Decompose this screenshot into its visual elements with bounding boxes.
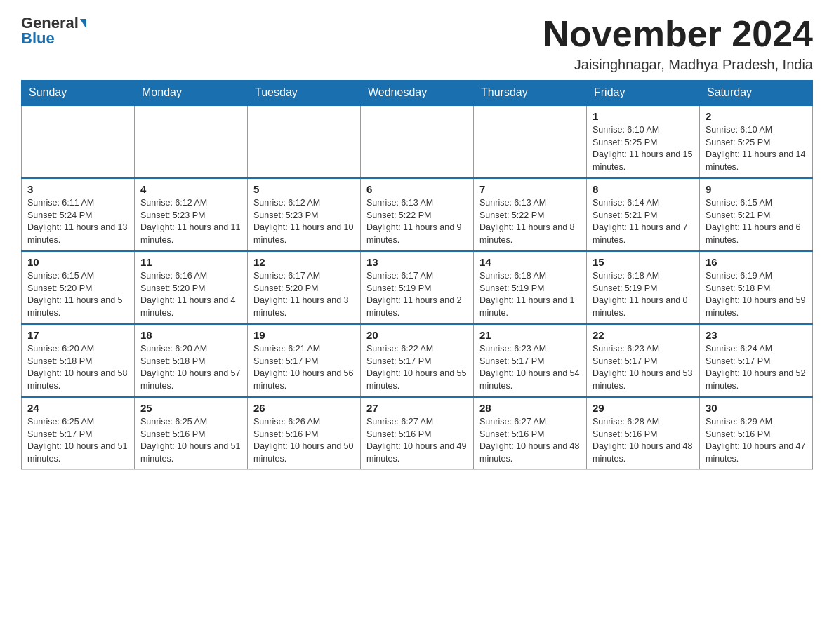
day-info: Sunrise: 6:26 AMSunset: 5:16 PMDaylight:… (253, 416, 355, 465)
day-info: Sunrise: 6:29 AMSunset: 5:16 PMDaylight:… (706, 416, 807, 465)
col-saturday: Saturday (700, 81, 813, 106)
day-info: Sunrise: 6:20 AMSunset: 5:18 PMDaylight:… (140, 343, 241, 392)
day-number: 19 (253, 329, 355, 341)
calendar-cell-w3-d4: 13Sunrise: 6:17 AMSunset: 5:19 PMDayligh… (361, 251, 474, 324)
day-info: Sunrise: 6:27 AMSunset: 5:16 PMDaylight:… (479, 416, 581, 465)
day-number: 14 (479, 256, 581, 268)
day-info: Sunrise: 6:12 AMSunset: 5:23 PMDaylight:… (253, 197, 355, 246)
col-wednesday: Wednesday (361, 81, 474, 106)
day-info: Sunrise: 6:10 AMSunset: 5:25 PMDaylight:… (593, 124, 694, 173)
day-number: 16 (706, 256, 807, 268)
calendar-cell-w4-d2: 18Sunrise: 6:20 AMSunset: 5:18 PMDayligh… (135, 324, 248, 397)
title-section: November 2024 Jaisinghnagar, Madhya Prad… (543, 14, 813, 73)
col-monday: Monday (135, 81, 248, 106)
page-header: General Blue November 2024 Jaisinghnagar… (21, 14, 813, 73)
day-info: Sunrise: 6:12 AMSunset: 5:23 PMDaylight:… (140, 197, 241, 246)
day-number: 11 (140, 256, 241, 268)
calendar-cell-w5-d5: 28Sunrise: 6:27 AMSunset: 5:16 PMDayligh… (474, 397, 587, 470)
day-info: Sunrise: 6:23 AMSunset: 5:17 PMDaylight:… (479, 343, 581, 392)
col-sunday: Sunday (22, 81, 135, 106)
day-info: Sunrise: 6:17 AMSunset: 5:20 PMDaylight:… (253, 270, 355, 319)
day-info: Sunrise: 6:10 AMSunset: 5:25 PMDaylight:… (706, 124, 807, 173)
calendar-cell-w2-d1: 3Sunrise: 6:11 AMSunset: 5:24 PMDaylight… (22, 178, 135, 251)
day-info: Sunrise: 6:11 AMSunset: 5:24 PMDaylight:… (27, 197, 128, 246)
day-info: Sunrise: 6:27 AMSunset: 5:16 PMDaylight:… (366, 416, 468, 465)
day-info: Sunrise: 6:23 AMSunset: 5:17 PMDaylight:… (593, 343, 694, 392)
calendar-cell-w3-d3: 12Sunrise: 6:17 AMSunset: 5:20 PMDayligh… (248, 251, 361, 324)
day-number: 22 (593, 329, 694, 341)
day-info: Sunrise: 6:15 AMSunset: 5:20 PMDaylight:… (27, 270, 128, 319)
day-info: Sunrise: 6:21 AMSunset: 5:17 PMDaylight:… (253, 343, 355, 392)
location-title: Jaisinghnagar, Madhya Pradesh, India (543, 57, 813, 73)
day-number: 21 (479, 329, 581, 341)
calendar-cell-w4-d4: 20Sunrise: 6:22 AMSunset: 5:17 PMDayligh… (361, 324, 474, 397)
calendar-cell-w2-d2: 4Sunrise: 6:12 AMSunset: 5:23 PMDaylight… (135, 178, 248, 251)
calendar-week-1: 1Sunrise: 6:10 AMSunset: 5:25 PMDaylight… (22, 105, 813, 178)
day-number: 4 (140, 183, 241, 195)
col-thursday: Thursday (474, 81, 587, 106)
calendar-cell-w2-d3: 5Sunrise: 6:12 AMSunset: 5:23 PMDaylight… (248, 178, 361, 251)
calendar-week-2: 3Sunrise: 6:11 AMSunset: 5:24 PMDaylight… (22, 178, 813, 251)
day-info: Sunrise: 6:19 AMSunset: 5:18 PMDaylight:… (706, 270, 807, 319)
calendar-cell-w5-d4: 27Sunrise: 6:27 AMSunset: 5:16 PMDayligh… (361, 397, 474, 470)
day-number: 25 (140, 402, 241, 414)
day-number: 13 (366, 256, 468, 268)
calendar-cell-w1-d2 (135, 105, 248, 178)
calendar-cell-w4-d6: 22Sunrise: 6:23 AMSunset: 5:17 PMDayligh… (587, 324, 700, 397)
calendar-cell-w3-d2: 11Sunrise: 6:16 AMSunset: 5:20 PMDayligh… (135, 251, 248, 324)
calendar-cell-w3-d6: 15Sunrise: 6:18 AMSunset: 5:19 PMDayligh… (587, 251, 700, 324)
calendar-cell-w4-d1: 17Sunrise: 6:20 AMSunset: 5:18 PMDayligh… (22, 324, 135, 397)
calendar-week-3: 10Sunrise: 6:15 AMSunset: 5:20 PMDayligh… (22, 251, 813, 324)
calendar-cell-w3-d1: 10Sunrise: 6:15 AMSunset: 5:20 PMDayligh… (22, 251, 135, 324)
day-number: 27 (366, 402, 468, 414)
calendar-cell-w1-d3 (248, 105, 361, 178)
day-number: 6 (366, 183, 468, 195)
day-number: 24 (27, 402, 128, 414)
day-number: 8 (593, 183, 694, 195)
calendar-cell-w5-d6: 29Sunrise: 6:28 AMSunset: 5:16 PMDayligh… (587, 397, 700, 470)
day-info: Sunrise: 6:20 AMSunset: 5:18 PMDaylight:… (27, 343, 128, 392)
day-info: Sunrise: 6:28 AMSunset: 5:16 PMDaylight:… (593, 416, 694, 465)
day-number: 15 (593, 256, 694, 268)
day-number: 9 (706, 183, 807, 195)
logo: General Blue (21, 14, 86, 48)
day-number: 5 (253, 183, 355, 195)
day-number: 3 (27, 183, 128, 195)
day-info: Sunrise: 6:17 AMSunset: 5:19 PMDaylight:… (366, 270, 468, 319)
calendar-cell-w2-d7: 9Sunrise: 6:15 AMSunset: 5:21 PMDaylight… (700, 178, 813, 251)
day-number: 18 (140, 329, 241, 341)
day-number: 7 (479, 183, 581, 195)
calendar-cell-w5-d2: 25Sunrise: 6:25 AMSunset: 5:16 PMDayligh… (135, 397, 248, 470)
calendar-cell-w3-d5: 14Sunrise: 6:18 AMSunset: 5:19 PMDayligh… (474, 251, 587, 324)
calendar-cell-w1-d1 (22, 105, 135, 178)
calendar-cell-w5-d7: 30Sunrise: 6:29 AMSunset: 5:16 PMDayligh… (700, 397, 813, 470)
day-number: 12 (253, 256, 355, 268)
day-number: 23 (706, 329, 807, 341)
day-number: 17 (27, 329, 128, 341)
calendar-header-row: Sunday Monday Tuesday Wednesday Thursday… (22, 81, 813, 106)
day-number: 20 (366, 329, 468, 341)
calendar-cell-w2-d5: 7Sunrise: 6:13 AMSunset: 5:22 PMDaylight… (474, 178, 587, 251)
day-number: 29 (593, 402, 694, 414)
day-info: Sunrise: 6:16 AMSunset: 5:20 PMDaylight:… (140, 270, 241, 319)
day-number: 2 (706, 110, 807, 122)
calendar-cell-w4-d3: 19Sunrise: 6:21 AMSunset: 5:17 PMDayligh… (248, 324, 361, 397)
calendar-cell-w4-d7: 23Sunrise: 6:24 AMSunset: 5:17 PMDayligh… (700, 324, 813, 397)
day-number: 1 (593, 110, 694, 122)
day-info: Sunrise: 6:14 AMSunset: 5:21 PMDaylight:… (593, 197, 694, 246)
day-number: 28 (479, 402, 581, 414)
calendar-cell-w5-d1: 24Sunrise: 6:25 AMSunset: 5:17 PMDayligh… (22, 397, 135, 470)
day-info: Sunrise: 6:24 AMSunset: 5:17 PMDaylight:… (706, 343, 807, 392)
calendar-table: Sunday Monday Tuesday Wednesday Thursday… (21, 80, 813, 470)
day-info: Sunrise: 6:15 AMSunset: 5:21 PMDaylight:… (706, 197, 807, 246)
day-info: Sunrise: 6:18 AMSunset: 5:19 PMDaylight:… (593, 270, 694, 319)
col-tuesday: Tuesday (248, 81, 361, 106)
col-friday: Friday (587, 81, 700, 106)
calendar-week-4: 17Sunrise: 6:20 AMSunset: 5:18 PMDayligh… (22, 324, 813, 397)
day-info: Sunrise: 6:18 AMSunset: 5:19 PMDaylight:… (479, 270, 581, 319)
calendar-cell-w1-d5 (474, 105, 587, 178)
day-info: Sunrise: 6:25 AMSunset: 5:17 PMDaylight:… (27, 416, 128, 465)
logo-arrow-icon (80, 19, 86, 29)
calendar-cell-w3-d7: 16Sunrise: 6:19 AMSunset: 5:18 PMDayligh… (700, 251, 813, 324)
day-number: 30 (706, 402, 807, 414)
